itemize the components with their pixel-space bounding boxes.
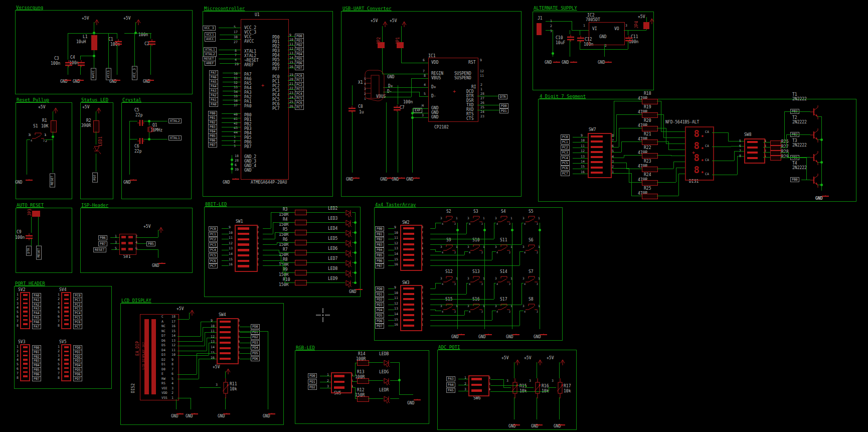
gnd-symbol[interactable] [386,174,394,178]
pushbutton[interactable]: 3142 [440,275,458,287]
net-tag-pb4[interactable]: PB4 [375,247,384,252]
pushbutton[interactable]: 3142 [467,303,485,315]
vcc-arrow[interactable] [401,20,407,27]
net-tag-pc5[interactable]: PC5 [561,161,570,166]
led[interactable] [345,279,354,287]
dip-rocker[interactable] [334,375,344,377]
net-tag-pd6[interactable]: PD6 [375,319,384,324]
dip-rocker[interactable] [591,135,603,137]
resistor[interactable] [357,396,369,402]
dip-rocker[interactable] [23,355,28,356]
led[interactable] [345,249,354,257]
gnd-symbol[interactable] [412,174,420,178]
dip-rocker[interactable] [591,146,603,148]
resistor[interactable] [51,120,57,132]
dip-rocker[interactable] [747,152,758,154]
net-tag-pa3[interactable]: PA3 [446,376,455,381]
net-tag-pc7[interactable]: PC7 [73,324,82,329]
net-tag-pd1[interactable]: PD1 [308,379,317,384]
resistor[interactable] [770,156,781,161]
net-tag-pd2[interactable]: PD2 [251,335,260,340]
dip-rocker[interactable] [591,167,603,169]
led[interactable] [345,269,354,277]
net-tag-pc4[interactable]: PC4 [561,156,570,161]
gnd-symbol[interactable] [223,409,231,413]
dip-rocker[interactable] [64,346,69,348]
component-body[interactable] [537,23,542,35]
net-tag-pb7[interactable]: PB7 [208,142,217,148]
vcc-arrow[interactable] [382,20,388,27]
dip-rocker[interactable] [238,254,249,256]
dip-rocker[interactable] [403,259,414,261]
dip-rocker[interactable] [591,151,603,153]
resistor[interactable] [295,250,307,255]
gnd-symbol[interactable] [146,76,154,80]
dip-rocker[interactable] [403,238,414,240]
pushbutton[interactable]: 3142 [440,303,458,315]
gnd-symbol[interactable] [176,409,184,413]
dip-rocker[interactable] [403,304,414,306]
gnd-symbol[interactable] [540,330,548,334]
dip-rocker[interactable] [64,307,69,308]
led[interactable] [345,259,354,267]
net-tag-pd0[interactable]: PD0 [308,373,317,378]
capacitor[interactable] [348,105,356,112]
capacitor[interactable] [567,34,575,41]
dip-switch[interactable] [20,344,30,381]
net-tag-pb1[interactable]: PB1 [375,232,384,237]
dip-rocker[interactable] [64,319,69,321]
resistor[interactable] [357,378,369,384]
net-tag-pc0[interactable]: PC0 [561,134,570,139]
dip-switch[interactable] [588,133,612,178]
gnd-symbol[interactable] [76,76,84,80]
net-tag-pd0[interactable]: PD0 [375,286,384,292]
component-body[interactable] [428,58,478,122]
gnd-symbol[interactable] [355,285,363,289]
potentiometer[interactable] [222,378,230,398]
dip-rocker[interactable] [220,337,231,339]
dip-rocker[interactable] [334,381,344,383]
dip-rocker[interactable] [403,264,414,266]
net-tag-pc7[interactable]: PC7 [561,171,570,176]
dip-rocker[interactable] [403,233,414,235]
dip-switch[interactable] [61,292,71,329]
dip-rocker[interactable] [23,319,28,321]
resistor[interactable] [642,180,658,186]
component-body[interactable] [378,42,385,48]
led[interactable] [345,229,354,237]
transistor-npn[interactable] [810,174,821,188]
dip-rocker[interactable] [238,249,249,251]
gnd-symbol[interactable] [570,58,578,62]
dip-rocker[interactable] [747,141,758,143]
net-tag-pb5[interactable]: PB5 [375,253,384,258]
dip-switch[interactable] [400,225,422,271]
gnd-symbol[interactable] [484,330,492,334]
transistor-npn[interactable] [810,105,821,119]
capacitor[interactable] [25,233,33,240]
dip-rocker[interactable] [64,299,69,300]
crystal[interactable] [146,125,155,132]
dip-rocker[interactable] [64,315,69,317]
vcc-arrow[interactable] [514,358,520,365]
led[interactable] [383,395,392,403]
dip-rocker[interactable] [64,363,69,364]
dip-rocker[interactable] [64,371,69,373]
pushbutton[interactable]: 3142 [495,275,513,287]
dip-rocker[interactable] [403,309,414,311]
dip-rocker[interactable] [403,248,414,250]
led[interactable] [345,209,354,217]
net-tag-pc1[interactable]: PC1 [561,139,570,145]
pushbutton[interactable]: 3142 [523,243,541,255]
gnd-symbol[interactable] [821,192,829,196]
led[interactable] [383,377,392,385]
gnd-symbol[interactable] [512,420,520,424]
resistor[interactable] [642,153,658,159]
net-tag-pd2[interactable]: PD2 [375,297,384,302]
net-tag-pd4[interactable]: PD4 [251,345,260,350]
dip-rocker[interactable] [591,161,603,163]
capacitor[interactable] [137,118,144,124]
dip-rocker[interactable] [64,294,69,296]
pushbutton[interactable]: 3142 [523,215,541,227]
gnd-symbol[interactable] [352,174,360,178]
dip-rocker[interactable] [23,363,28,364]
